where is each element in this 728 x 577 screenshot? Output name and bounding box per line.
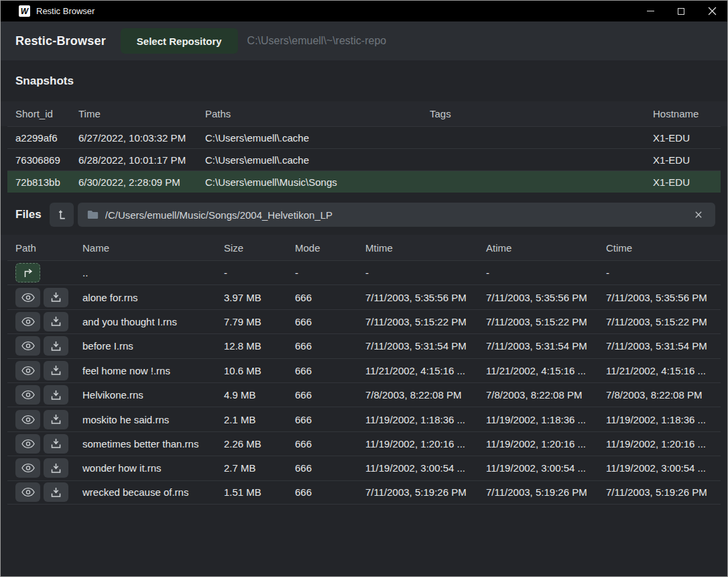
download-icon (50, 438, 62, 449)
file-actions (7, 458, 74, 478)
file-cell-mode: 666 (287, 365, 357, 376)
file-cell-mtime: 11/19/2002, 1:18:36 ... (357, 414, 478, 425)
eye-icon (21, 415, 35, 425)
snapshot-row[interactable]: 763068696/28/2022, 10:01:17 PMC:\Users\e… (7, 148, 721, 170)
snapshot-row[interactable]: a2299af66/27/2022, 10:03:32 PMC:\Users\e… (7, 126, 721, 148)
eye-icon (21, 317, 35, 327)
files-table-header: Path Name Size Mode Mtime Atime Ctime (1, 235, 727, 260)
file-actions (7, 410, 74, 429)
file-cell-ctime: 7/11/2003, 5:31:54 PM (598, 340, 721, 352)
files-bar: Files /C/Users/emuell/Music/Songs/2004_H… (1, 201, 727, 228)
download-file-button[interactable] (44, 410, 68, 429)
download-file-button[interactable] (44, 434, 68, 454)
file-cell-mode: 666 (287, 438, 357, 450)
file-cell-atime: 11/21/2002, 4:15:16 ... (478, 365, 598, 376)
download-file-button[interactable] (44, 288, 68, 307)
preview-file-button[interactable] (15, 458, 40, 478)
column-short-id: Short_id (7, 108, 70, 119)
column-atime: Atime (478, 242, 598, 254)
app-header: Restic-Browser Select Repository C:\User… (1, 21, 727, 60)
file-row: Helvikone.rns4.9 MB6667/8/2003, 8:22:08 … (7, 382, 721, 407)
snapshots-section-header: Snapshots (1, 60, 727, 101)
file-cell-size: 1.51 MB (216, 486, 287, 498)
file-cell-mode: 666 (287, 462, 357, 474)
snapshot-cell-hostname: X1-EDU (645, 154, 721, 166)
column-size: Size (216, 242, 287, 254)
column-time: Time (70, 108, 197, 119)
file-cell-atime: 7/11/2003, 5:15:22 PM (478, 316, 598, 327)
preview-file-button[interactable] (15, 434, 40, 454)
file-actions (7, 263, 74, 282)
snapshot-cell-time: 6/27/2022, 10:03:32 PM (70, 132, 197, 144)
snapshot-cell-paths: C:\Users\emuell\.cache (197, 132, 422, 144)
clear-path-button[interactable] (691, 207, 706, 222)
file-row: and you thought I.rns7.79 MB6667/11/2003… (7, 309, 721, 333)
eye-icon (21, 366, 35, 376)
file-row: sometimes better than.rns2.26 MB66611/19… (7, 431, 721, 456)
preview-file-button[interactable] (15, 288, 40, 307)
go-up-button[interactable] (15, 263, 40, 282)
file-cell-size: - (216, 267, 287, 278)
wails-logo-icon: W (19, 5, 30, 17)
file-cell-size: 4.9 MB (216, 389, 287, 401)
download-icon (50, 487, 62, 498)
file-cell-atime: 7/8/2003, 8:22:08 PM (478, 389, 598, 401)
folder-icon (87, 210, 99, 219)
minimize-button[interactable] (635, 1, 666, 21)
download-file-button[interactable] (44, 385, 68, 405)
maximize-button[interactable] (666, 1, 696, 21)
file-cell-ctime: 7/11/2003, 5:35:56 PM (598, 292, 721, 303)
preview-file-button[interactable] (15, 410, 40, 429)
snapshot-row[interactable]: 72b813bb6/30/2022, 2:28:09 PMC:\Users\em… (7, 170, 721, 193)
file-cell-mode: 666 (287, 292, 357, 303)
go-up-icon (22, 268, 34, 278)
download-file-button[interactable] (44, 458, 68, 478)
window-title: Restic Browser (36, 6, 95, 16)
download-icon (50, 463, 62, 474)
file-cell-mode: 666 (287, 316, 357, 327)
titlebar: W Restic Browser (1, 1, 727, 21)
snapshot-cell-hostname: X1-EDU (645, 132, 721, 144)
file-cell-ctime: - (598, 267, 721, 278)
file-cell-mode: 666 (287, 414, 357, 425)
snapshot-cell-short-id: 76306869 (7, 154, 70, 166)
close-icon (695, 211, 702, 219)
download-file-button[interactable] (44, 336, 68, 356)
file-row: wonder how it.rns2.7 MB66611/19/2002, 3:… (7, 456, 721, 480)
file-actions (7, 361, 74, 380)
download-file-button[interactable] (44, 312, 68, 331)
column-hostname: Hostname (645, 108, 721, 119)
select-repository-button[interactable]: Select Repository (121, 28, 238, 54)
eye-icon (21, 487, 35, 497)
download-file-button[interactable] (44, 482, 68, 502)
file-row: feel home now !.rns10.6 MB66611/21/2002,… (7, 358, 721, 382)
file-cell-name: sometimes better than.rns (74, 438, 216, 450)
preview-file-button[interactable] (15, 312, 40, 331)
snapshot-cell-paths: C:\Users\emuell\Music\Songs (197, 176, 422, 188)
file-row: wrecked because of.rns1.51 MB6667/11/200… (7, 480, 721, 505)
file-cell-atime: 7/11/2003, 5:19:26 PM (478, 486, 598, 498)
file-cell-name: alone for.rns (74, 292, 216, 303)
snapshot-cell-time: 6/30/2022, 2:28:09 PM (70, 176, 197, 188)
download-file-button[interactable] (44, 361, 68, 380)
snapshot-cell-short-id: 72b813bb (7, 176, 70, 188)
download-icon (50, 365, 62, 376)
preview-file-button[interactable] (15, 361, 40, 380)
file-cell-atime: 11/19/2002, 1:18:36 ... (478, 414, 598, 425)
file-actions (7, 312, 74, 331)
preview-file-button[interactable] (15, 385, 40, 405)
file-cell-mtime: 11/21/2002, 4:15:16 ... (357, 365, 478, 376)
file-cell-mtime: 7/8/2003, 8:22:08 PM (357, 389, 478, 401)
file-cell-size: 2.1 MB (216, 414, 287, 425)
close-button[interactable] (696, 1, 727, 21)
download-icon (50, 292, 62, 303)
eye-icon (21, 463, 35, 473)
preview-file-button[interactable] (15, 482, 40, 502)
close-icon (708, 7, 717, 15)
preview-file-button[interactable] (15, 336, 40, 356)
file-cell-mode: - (287, 267, 357, 278)
tree-view-toggle-button[interactable] (50, 203, 74, 227)
file-cell-name: .. (74, 267, 216, 278)
files-table-body: ..-----alone for.rns3.97 MB6667/11/2003,… (1, 260, 727, 505)
eye-icon (21, 439, 35, 449)
